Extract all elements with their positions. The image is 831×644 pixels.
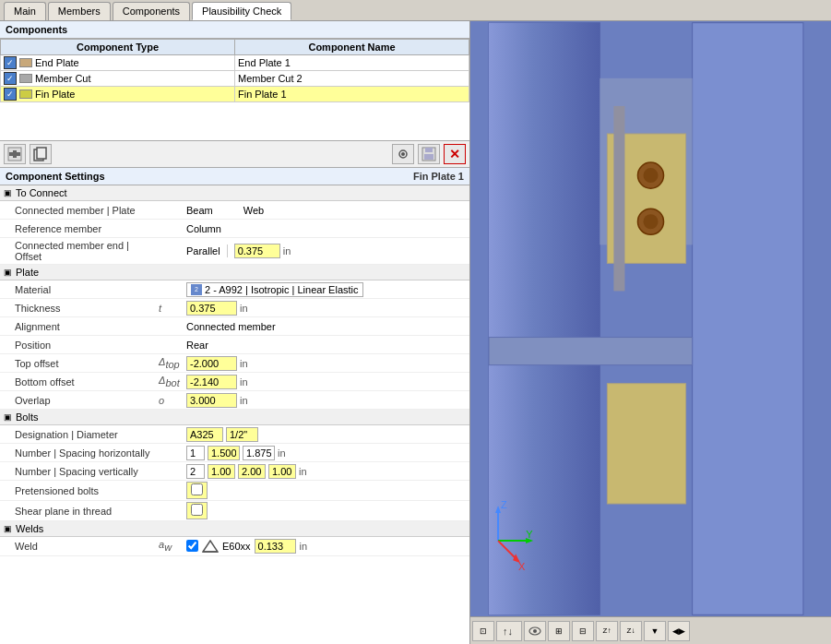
prop-material: Material 2 2 - A992 | Isotropic | Linear… bbox=[0, 280, 469, 299]
viewport-3d[interactable]: Z Y X bbox=[470, 21, 831, 616]
mid-position bbox=[157, 343, 184, 347]
mid-reference-member bbox=[157, 227, 184, 231]
input-designation[interactable] bbox=[186, 427, 223, 442]
prop-weld: Weld aw E60xx in bbox=[0, 537, 469, 555]
svg-text:Z: Z bbox=[501, 499, 507, 510]
tab-components[interactable]: Components bbox=[113, 2, 190, 20]
val-reference-member: Column bbox=[184, 222, 469, 235]
components-title: Components bbox=[0, 21, 469, 39]
bolts-header[interactable]: ▣ Bolts bbox=[0, 410, 469, 425]
input-num-v[interactable] bbox=[186, 464, 205, 479]
checkbox-pretensioned[interactable] bbox=[191, 483, 203, 495]
unit-thickness: in bbox=[240, 303, 248, 314]
welds-header[interactable]: ▣ Welds bbox=[0, 521, 469, 537]
settings-header: Component Settings Fin Plate 1 bbox=[0, 168, 469, 185]
plate-header[interactable]: ▣ Plate bbox=[0, 265, 469, 280]
svg-point-22 bbox=[643, 214, 658, 229]
prop-thickness: Thickness t in bbox=[0, 299, 469, 317]
label-bottom-offset: Bottom offset bbox=[0, 375, 157, 389]
mid-thickness: t bbox=[157, 301, 184, 316]
unit-top-offset: in bbox=[240, 358, 248, 369]
val-pretensioned bbox=[184, 481, 469, 500]
to-connect-section: ▣ To Connect Connected member | Plate Be… bbox=[0, 185, 469, 265]
view-btn-eye[interactable] bbox=[524, 621, 546, 641]
tab-plausibility-check[interactable]: Plausibility Check bbox=[192, 2, 291, 20]
svg-point-6 bbox=[401, 152, 405, 156]
checkbox-1[interactable]: ✓ bbox=[4, 72, 17, 85]
svg-rect-15 bbox=[693, 23, 803, 615]
comp-type-2: Fin Plate bbox=[35, 89, 75, 100]
add-component-btn[interactable] bbox=[4, 144, 26, 164]
mid-designation bbox=[157, 433, 184, 436]
prop-spacing-h: Number | Spacing horizontally in bbox=[0, 444, 469, 462]
prop-spacing-v: Number | Spacing vertically in bbox=[0, 462, 469, 481]
table-row[interactable]: ✓ Fin Plate Fin Plate 1 bbox=[1, 87, 469, 102]
checkbox-2[interactable]: ✓ bbox=[4, 88, 17, 101]
tab-main[interactable]: Main bbox=[4, 2, 46, 20]
svg-point-20 bbox=[643, 168, 658, 183]
label-connected-member: Connected member | Plate bbox=[0, 203, 157, 218]
view-btn-menu1[interactable]: ▼ bbox=[644, 621, 666, 641]
delete-btn[interactable]: ✕ bbox=[444, 144, 466, 164]
main-content: Components Component Type Component Name… bbox=[0, 21, 831, 644]
val-connected-member: Beam Web bbox=[184, 204, 469, 217]
input-diameter[interactable] bbox=[226, 427, 258, 442]
val-position: Rear bbox=[184, 339, 469, 352]
view-btn-zdown[interactable]: Z↓ bbox=[620, 621, 642, 641]
val-member-end: Parallel in bbox=[184, 243, 469, 259]
welds-collapse: ▣ bbox=[4, 524, 12, 533]
unit-offset: in bbox=[283, 245, 291, 256]
mid-member-end bbox=[157, 249, 184, 253]
settings-btn[interactable] bbox=[392, 144, 414, 164]
svg-rect-4 bbox=[37, 148, 46, 159]
material-badge[interactable]: 2 2 - A992 | Isotropic | Linear Elastic bbox=[186, 282, 363, 297]
to-connect-header[interactable]: ▣ To Connect bbox=[0, 185, 469, 201]
input-bottom-offset[interactable] bbox=[186, 375, 237, 389]
input-spacing-v3[interactable] bbox=[268, 464, 296, 479]
input-weld-size[interactable] bbox=[255, 539, 296, 554]
val-parallel: Parallel bbox=[186, 245, 220, 256]
mid-alignment bbox=[157, 325, 184, 328]
label-spacing-v: Number | Spacing vertically bbox=[0, 464, 157, 479]
val-overlap: in bbox=[184, 392, 469, 409]
copy-component-btn[interactable] bbox=[30, 144, 52, 164]
mid-overlap: o bbox=[157, 393, 184, 408]
label-shear-plane: Shear plane in thread bbox=[0, 504, 157, 519]
input-spacing-h1[interactable] bbox=[208, 446, 240, 460]
input-spacing-v1[interactable] bbox=[208, 464, 235, 479]
input-num-h[interactable] bbox=[186, 446, 205, 460]
view-btn-home[interactable]: ⊡ bbox=[472, 621, 494, 641]
input-thickness[interactable] bbox=[186, 301, 237, 316]
welds-section: ▣ Welds Weld aw E60xx in bbox=[0, 521, 469, 555]
save-btn[interactable] bbox=[418, 144, 440, 164]
mid-material bbox=[157, 288, 184, 292]
checkbox-shear-plane[interactable] bbox=[191, 504, 203, 516]
val-beam: Beam bbox=[186, 205, 213, 216]
input-overlap[interactable] bbox=[186, 393, 237, 408]
view-btn-zup[interactable]: Z↑ bbox=[596, 621, 618, 641]
material-name: 2 - A992 | Isotropic | Linear Elastic bbox=[205, 284, 359, 295]
tab-members[interactable]: Members bbox=[48, 2, 111, 20]
prop-shear-plane: Shear plane in thread bbox=[0, 501, 469, 521]
view-btn-rotate[interactable]: ↑↓ bbox=[496, 621, 522, 641]
table-row[interactable]: ✓ End Plate End Plate 1 bbox=[1, 55, 469, 71]
bottom-toolbar: ⊡ ↑↓ ⊞ ⊟ Z↑ Z↓ ▼ ◀▶ bbox=[470, 616, 831, 644]
svg-point-40 bbox=[533, 629, 537, 633]
val-web: Web bbox=[243, 205, 264, 216]
view-btn-grid[interactable]: ⊞ bbox=[548, 621, 570, 641]
label-top-offset: Top offset bbox=[0, 356, 157, 371]
table-row[interactable]: ✓ Member Cut Member Cut 2 bbox=[1, 71, 469, 87]
unit-bottom-offset: in bbox=[240, 376, 248, 388]
checkbox-0[interactable]: ✓ bbox=[4, 56, 17, 69]
view-btn-minus[interactable]: ⊟ bbox=[572, 621, 594, 641]
input-offset[interactable] bbox=[234, 244, 280, 258]
input-top-offset[interactable] bbox=[186, 356, 237, 371]
val-spacing-h: in bbox=[184, 445, 469, 461]
input-spacing-v2[interactable] bbox=[238, 464, 266, 479]
input-spacing-h2[interactable] bbox=[243, 446, 275, 460]
checkbox-weld[interactable] bbox=[186, 540, 198, 552]
view-btn-menu2[interactable]: ◀▶ bbox=[668, 621, 690, 641]
svg-rect-14 bbox=[489, 23, 600, 615]
color-icon-2 bbox=[19, 89, 32, 99]
settings-scroll[interactable]: ▣ To Connect Connected member | Plate Be… bbox=[0, 185, 469, 644]
